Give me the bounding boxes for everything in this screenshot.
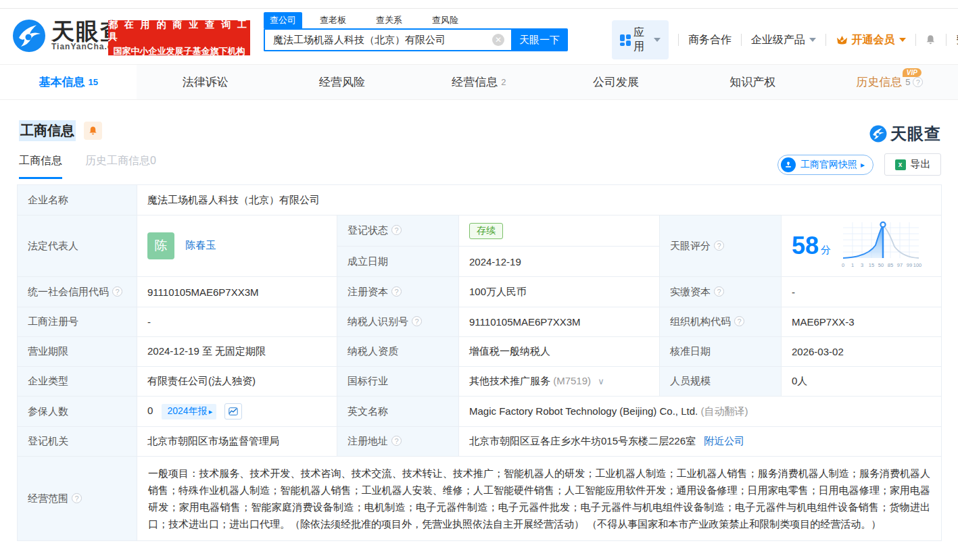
slogan-line1: 都 在 用 的 商 业 查 询 工 具 [108, 19, 250, 43]
tab-count: 15 [88, 77, 97, 87]
nav-business-cooperation[interactable]: 商务合作 [688, 33, 732, 47]
trend-chart-button[interactable] [224, 403, 242, 419]
nav-enterprise-products[interactable]: 企业级产品 [751, 33, 816, 47]
taxpayer-quality-value: 增值税一般纳税人 [459, 337, 660, 367]
question-icon[interactable]: ? [391, 286, 402, 297]
clear-icon[interactable]: ✕ [492, 34, 504, 46]
svg-text:3: 3 [861, 262, 863, 268]
divider [741, 34, 742, 46]
svg-text:99: 99 [907, 262, 912, 268]
reg-number-label: 工商注册号 [18, 307, 137, 337]
legal-rep-link[interactable]: 陈春玉 [185, 239, 216, 251]
tab-company-development[interactable]: 公司发展 [548, 65, 684, 99]
caret-down-icon [654, 38, 661, 42]
excel-icon: x [895, 159, 906, 170]
annual-report-tag[interactable]: 2024年报▸ [162, 404, 217, 419]
export-button[interactable]: x 导出 [884, 153, 941, 176]
tab-label: 公司发展 [593, 74, 639, 90]
tab-label: 经营风险 [319, 74, 365, 90]
svg-text:100: 100 [913, 262, 922, 268]
taxpayer-quality-label: 纳税人资质 [337, 337, 459, 367]
subscribe-bell-button[interactable] [84, 122, 102, 140]
label-text: 登记状态 [348, 224, 388, 236]
table-row: 法定代表人 陈 陈春玉 登记状态? 存续 天眼评分? 58 分 [18, 215, 942, 247]
staff-size-value: 0人 [782, 367, 942, 397]
tab-operation-risk[interactable]: 经营风险 [274, 65, 410, 99]
nearby-companies-link[interactable]: 附近公司 [704, 435, 744, 447]
question-icon[interactable]: ? [391, 436, 402, 446]
taxpayer-id-value: 91110105MAE6P7XX3M [459, 307, 660, 337]
top-strip [0, 0, 958, 9]
vip-badge: VIP [903, 68, 921, 77]
bell-icon [88, 126, 98, 136]
industry-text: 其他技术推广服务 [469, 375, 550, 386]
legal-rep-avatar[interactable]: 陈 [147, 232, 174, 259]
approval-date-value: 2026-03-02 [782, 337, 942, 367]
question-icon[interactable]: ? [391, 225, 402, 235]
industry-value: 其他技术推广服务 (M7519) ∨ [459, 367, 660, 397]
tab-legal-proceedings[interactable]: 法律诉讼 [137, 65, 273, 99]
question-icon[interactable]: ? [112, 286, 122, 297]
question-icon[interactable]: ? [714, 286, 724, 297]
apps-button[interactable]: 应用 [612, 20, 669, 59]
header-nav: 应用 商务合作 企业级产品 开通会员 [612, 26, 958, 53]
search-input[interactable] [264, 28, 511, 51]
search-button[interactable]: 天眼一下 [511, 28, 568, 51]
table-row: 企业名称 魔法工场机器人科技（北京）有限公司 [18, 185, 942, 215]
company-name-label: 企业名称 [18, 185, 137, 215]
tyc-score-cell[interactable]: 58 分 [782, 215, 942, 277]
vip-label: 开通会员 [852, 33, 895, 47]
english-name-value: Magic Factory Robot Technology (Beijing)… [459, 397, 942, 427]
tab-operation-info[interactable]: 经营信息 2 [410, 65, 547, 99]
notification-bell-icon[interactable] [925, 33, 936, 47]
search-tab-risk[interactable]: 查风险 [426, 12, 464, 28]
staff-size-label: 人员规模 [660, 367, 782, 397]
svg-text:50: 50 [878, 262, 884, 268]
score-axis-ticks: 0 1 3 15 50 85 97 99 100 [842, 262, 921, 268]
apps-label: 应用 [633, 26, 650, 54]
label-text: 统一社会信用代码 [28, 286, 109, 297]
svg-text:85: 85 [888, 262, 893, 268]
search-tab-relation[interactable]: 查关系 [370, 12, 408, 28]
paid-capital-label: 实缴资本? [660, 277, 782, 307]
chevron-down-icon[interactable]: ∨ [598, 376, 604, 386]
question-icon[interactable]: ? [72, 493, 82, 503]
industry-code: (M7519) [553, 375, 591, 386]
business-scope-value: 一般项目：技术服务、技术开发、技术咨询、技术交流、技术转让、技术推广；智能机器人… [137, 457, 942, 541]
reg-capital-value: 100万人民币 [459, 277, 660, 307]
question-icon[interactable]: ? [913, 77, 923, 87]
reg-number-value: - [137, 307, 337, 337]
tab-basic-info[interactable]: 基本信息 15 [0, 65, 137, 99]
status-badge: 存续 [469, 223, 503, 239]
label-text: 经营范围 [28, 492, 68, 504]
table-row: 登记机关 北京市朝阳区市场监督管理局 注册地址? 北京市朝阳区豆各庄乡水牛坊01… [18, 427, 942, 457]
svg-text:0: 0 [842, 262, 844, 268]
credit-code-label: 统一社会信用代码? [18, 277, 137, 307]
question-icon[interactable]: ? [714, 240, 724, 251]
org-code-label: 组织机构代码? [660, 307, 782, 337]
search-tab-company[interactable]: 查公司 [264, 12, 302, 28]
table-row: 工商注册号 - 纳税人识别号? 91110105MAE6P7XX3M 组织机构代… [18, 307, 942, 337]
address-text: 北京市朝阳区豆各庄乡水牛坊015号东楼二层226室 [469, 435, 696, 447]
official-snapshot-button[interactable]: 工商官网快照 ▸ [777, 155, 873, 175]
tab-label: 法律诉讼 [183, 74, 229, 90]
insured-number: 0 [147, 405, 153, 416]
company-name-value: 魔法工场机器人科技（北京）有限公司 [137, 185, 942, 215]
open-vip-button[interactable]: 开通会员 [836, 33, 906, 47]
business-scope-text: 一般项目：技术服务、技术开发、技术咨询、技术交流、技术转让、技术推广；智能机器人… [148, 465, 930, 532]
score-distribution-chart: 0 1 3 15 50 85 97 99 100 [840, 220, 923, 272]
tianyancha-company-page: 天眼查 TianYanCha.com 都 在 用 的 商 业 查 询 工 具 国… [0, 0, 958, 560]
reg-status-value: 存续 [459, 215, 660, 247]
business-term-value: 2024-12-19 至 无固定期限 [137, 337, 337, 367]
subtab-business-info[interactable]: 工商信息 [19, 154, 62, 179]
search-tab-boss[interactable]: 查老板 [314, 12, 352, 28]
subtab-history-business-info[interactable]: 历史工商信息0 [85, 154, 156, 179]
tab-intellectual-property[interactable]: 知识产权 [684, 65, 821, 99]
question-icon[interactable]: ? [412, 316, 422, 326]
question-icon[interactable]: ? [734, 316, 744, 326]
score-unit: 分 [821, 244, 831, 257]
auto-translate-note: (自动翻译) [700, 405, 748, 417]
reg-capital-label: 注册资本? [337, 277, 459, 307]
tab-history-info[interactable]: VIP 历史信息 5 ? [821, 65, 958, 99]
divider [946, 34, 947, 46]
